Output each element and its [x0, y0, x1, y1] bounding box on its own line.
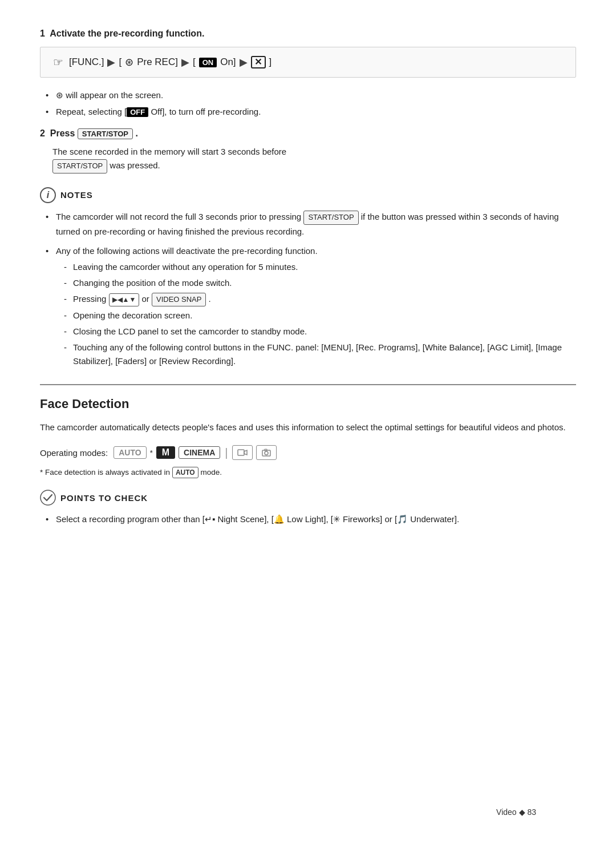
sub-item: Touching any of the following control bu… — [64, 341, 576, 368]
on-badge: ON — [199, 58, 217, 67]
sub-item: Opening the decoration screen. — [64, 309, 576, 322]
section-divider — [40, 384, 576, 385]
notes-section: i NOTES The camcorder will not record th… — [40, 187, 576, 369]
start-stop-key-note: START/STOP — [303, 211, 358, 225]
asterisk-note: * Face detection is always activated in … — [40, 467, 576, 478]
bracket-open: [ — [119, 56, 121, 68]
step2-description: The scene recorded in the memory will st… — [52, 145, 576, 173]
func-label: [FUNC.] — [69, 56, 104, 68]
pipe-divider: | — [225, 446, 228, 459]
start-stop-key-inline: START/STOP — [52, 159, 107, 173]
bracket-open2: [ — [193, 56, 196, 68]
bullet-item: Repeat, selecting [OFF Off], to turn off… — [46, 106, 576, 119]
arrow-icon-3: ▶ — [240, 56, 248, 68]
svg-point-3 — [265, 451, 268, 455]
svg-point-5 — [40, 490, 55, 505]
start-stop-key: START/STOP — [78, 128, 133, 139]
mode-photo-icon — [256, 445, 277, 460]
notes-item-1: The camcorder will not record the full 3… — [46, 210, 576, 239]
sub-item: Changing the position of the mode switch… — [64, 276, 576, 290]
mode-video-icon — [232, 445, 253, 460]
points-item: Select a recording program other than [↵… — [46, 512, 576, 526]
x-badge: ✕ — [251, 56, 266, 68]
points-list: Select a recording program other than [↵… — [40, 512, 576, 526]
points-title: POINTS TO CHECK — [60, 493, 148, 503]
step-number-2: 2 — [40, 128, 45, 138]
asterisk: * — [150, 449, 153, 457]
sub-item: Pressing ▶◀▲▼ or VIDEO SNAP . — [64, 292, 576, 307]
step-number: 1 — [40, 29, 45, 38]
svg-marker-1 — [244, 450, 247, 455]
hand-icon: ☞ — [53, 55, 63, 69]
page-footer: Video ◆ 83 — [496, 808, 536, 817]
prerec-text: Pre REC] — [137, 56, 178, 68]
points-section: POINTS TO CHECK Select a recording progr… — [40, 490, 576, 526]
operating-modes-row: Operating modes: AUTO* M CINEMA | — [40, 445, 576, 460]
step2-heading: 2 Press START/STOP . — [40, 128, 576, 139]
operating-modes-label: Operating modes: — [40, 448, 108, 458]
step1-heading: 1 Activate the pre-recording function. — [40, 29, 576, 39]
notes-list: The camcorder will not record the full 3… — [40, 210, 576, 369]
points-header: POINTS TO CHECK — [40, 490, 576, 506]
auto-inline-badge: AUTO — [172, 467, 198, 478]
step1-bullets: ⊛ will appear on the screen. Repeat, sel… — [40, 89, 576, 118]
mode-switch-badge: ▶◀▲▼ — [109, 293, 140, 306]
arrow-icon-1: ▶ — [107, 56, 115, 68]
notes-header: i NOTES — [40, 187, 576, 203]
prerec-icon-inline: ⊛ — [56, 90, 63, 100]
face-detection-intro: The camcorder automatically detects peop… — [40, 421, 576, 435]
sub-list: Leaving the camcorder without any operat… — [56, 260, 576, 369]
info-icon: i — [40, 187, 56, 203]
svg-rect-0 — [238, 450, 244, 455]
bullet-item: ⊛ will appear on the screen. — [46, 89, 576, 102]
off-badge: OFF — [127, 107, 148, 117]
mode-cinema-badge: CINEMA — [179, 446, 220, 459]
sub-item: Closing the LCD panel to set the camcord… — [64, 325, 576, 338]
prerec-symbol: ⊛ — [125, 56, 133, 68]
checkmark-icon — [40, 490, 56, 506]
notes-item-2: Any of the following actions will deacti… — [46, 244, 576, 369]
arrow-icon-2: ▶ — [181, 56, 189, 68]
video-snap-key: VIDEO SNAP — [152, 293, 206, 307]
notes-title: NOTES — [60, 190, 93, 200]
mode-auto-badge: AUTO — [114, 446, 146, 459]
sub-item: Leaving the camcorder without any operat… — [64, 260, 576, 274]
footer-text: Video ◆ 83 — [496, 808, 536, 817]
mode-m-badge: M — [156, 446, 175, 459]
func-instruction-box: ☞ [FUNC.] ▶ [⊛ Pre REC] ▶ [ON On] ▶ ✕] — [40, 47, 576, 78]
on-text: On] — [220, 56, 236, 68]
face-detection-title: Face Detection — [40, 397, 576, 411]
bracket-close: ] — [269, 56, 272, 68]
